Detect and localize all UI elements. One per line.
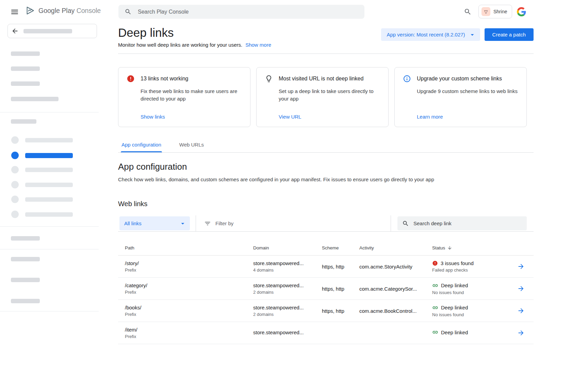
filter-icon <box>204 220 211 227</box>
filter-by-label: Filter by <box>215 220 233 226</box>
skeleton-bar <box>11 119 36 124</box>
domain-count: 2 domains <box>253 312 322 317</box>
card-body: Upgrade 9 custom scheme links to web lin… <box>417 88 518 95</box>
error-icon <box>127 75 135 83</box>
path-type: Prefix <box>125 334 253 339</box>
filter-by-button[interactable]: Filter by <box>204 220 233 227</box>
sidebar-item[interactable] <box>11 196 99 203</box>
table-row: /books/ Prefix store.steampowered... 2 d… <box>118 300 534 322</box>
path-type: Prefix <box>125 312 253 317</box>
current-app-chip[interactable]: ▽ Shrine <box>478 5 512 18</box>
deep-link-search-bar[interactable] <box>397 216 527 230</box>
activity-value: com.acme.CategorySor... <box>359 286 432 292</box>
card-title: Most visited URL is not deep linked <box>279 76 363 82</box>
table-row: /item/ Prefix store.steampowered... Deep… <box>118 322 534 344</box>
link-icon <box>432 329 438 335</box>
sidebar-item[interactable] <box>11 136 99 144</box>
view-url-link[interactable]: View URL <box>279 114 380 120</box>
shrine-app-icon: ▽ <box>481 7 490 16</box>
secondary-search-icon[interactable] <box>464 8 472 16</box>
play-console-logo[interactable]: Google Play Console <box>25 5 101 16</box>
table-row: /story/ Prefix store.steampowered... 4 d… <box>118 256 534 278</box>
create-patch-button[interactable]: Create a patch <box>485 28 534 41</box>
sidebar-divider <box>0 249 99 249</box>
path-value: /books/ <box>125 305 253 310</box>
search-icon <box>402 220 409 227</box>
column-status-label: Status <box>432 245 445 250</box>
play-logo-icon <box>25 5 35 16</box>
open-row-arrow-icon[interactable] <box>517 307 525 315</box>
show-links-link[interactable]: Show links <box>141 114 242 120</box>
card-most-visited-url: Most visited URL is not deep linked Set … <box>256 67 389 127</box>
status-text: Deep linked <box>441 329 468 335</box>
sidebar-item[interactable] <box>11 211 99 218</box>
sidebar-divider <box>0 226 99 227</box>
skeleton-bar <box>25 197 73 202</box>
card-title: 13 links not working <box>141 76 189 82</box>
global-search-bar[interactable] <box>118 5 364 19</box>
top-app-bar: Google Play Console ▽ Shrine <box>0 0 588 24</box>
skeleton-bar <box>25 183 73 187</box>
nav-item-icon <box>11 181 19 188</box>
app-version-dropdown[interactable]: App version: Most recent (8.2.027) <box>381 28 480 41</box>
tab-web-urls[interactable]: Web URLs <box>179 142 204 152</box>
web-links-title: Web links <box>118 200 534 208</box>
status-detail: No issues found <box>432 290 517 295</box>
play-console-window: Google Play Console ▽ Shrine <box>0 0 588 368</box>
card-body: Fix these web links to make sure users a… <box>141 88 242 103</box>
sidebar-item[interactable] <box>11 166 99 173</box>
open-row-arrow-icon[interactable] <box>517 285 525 292</box>
app-version-label: App version: Most recent (8.2.027) <box>387 32 465 37</box>
section-title: App configuration <box>118 162 534 172</box>
domain-value: store.steampowered... <box>253 260 322 266</box>
card-body: Set up a deep link to take users directl… <box>279 88 380 103</box>
deep-link-search-input[interactable] <box>413 220 522 226</box>
path-value: /category/ <box>125 282 253 288</box>
current-app-name: Shrine <box>493 9 507 14</box>
open-row-arrow-icon[interactable] <box>517 263 525 270</box>
status-detail: Failed app checks <box>432 267 517 273</box>
status-text: Deep linked <box>441 305 468 310</box>
show-more-link[interactable]: Show more <box>245 42 271 48</box>
main-content: Deep links App version: Most recent (8.2… <box>118 24 534 368</box>
domain-value: store.steampowered... <box>253 329 322 335</box>
back-button[interactable] <box>7 24 97 38</box>
links-filter-dropdown[interactable]: All links <box>119 216 190 230</box>
column-path: Path <box>125 245 253 250</box>
table-header: Path Domain Scheme Activity Status <box>118 232 534 256</box>
sidebar-item-selected[interactable] <box>11 152 99 159</box>
learn-more-link[interactable]: Learn more <box>417 114 518 120</box>
column-activity: Activity <box>359 245 432 250</box>
path-value: /item/ <box>125 327 253 333</box>
domain-value: store.steampowered... <box>253 282 322 288</box>
status-text: 3 issues found <box>441 260 474 266</box>
card-links-not-working: 13 links not working Fix these web links… <box>118 67 250 127</box>
skeleton-bar <box>11 257 40 261</box>
search-icon <box>125 8 132 15</box>
link-icon <box>432 282 438 289</box>
menu-icon[interactable] <box>10 7 19 16</box>
open-row-arrow-icon[interactable] <box>517 329 525 337</box>
page-subtitle: Monitor how well deep links are working … <box>118 42 242 48</box>
path-value: /story/ <box>125 260 253 266</box>
table-row: /category/ Prefix store.steampowered... … <box>118 278 534 300</box>
toolbar-divider <box>391 215 391 232</box>
tab-app-configuration[interactable]: App configuration <box>121 142 161 152</box>
nav-item-icon <box>11 196 19 203</box>
global-search-input[interactable] <box>138 9 358 15</box>
column-scheme: Scheme <box>322 245 359 250</box>
sidebar-item[interactable] <box>11 181 99 188</box>
nav-item-icon <box>11 152 19 159</box>
column-status-sort[interactable]: Status <box>432 245 517 250</box>
path-type: Prefix <box>125 267 253 273</box>
selected-item-bar <box>25 153 73 158</box>
card-title: Upgrade your custom scheme links <box>417 76 502 82</box>
links-filter-value: All links <box>124 220 142 226</box>
skeleton-bar <box>11 299 40 303</box>
domain-count: 2 domains <box>253 290 322 295</box>
nav-item-icon <box>11 166 19 173</box>
logo-text-primary: Google Play <box>38 7 75 14</box>
google-account-icon[interactable] <box>517 7 526 16</box>
path-type: Prefix <box>125 290 253 295</box>
skeleton-bar <box>25 212 73 217</box>
